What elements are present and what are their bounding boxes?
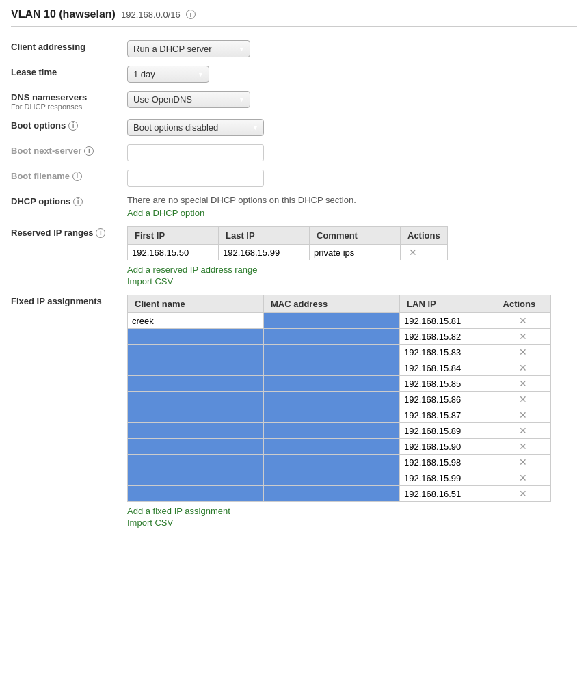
- client-addressing-label: Client addressing: [11, 38, 127, 52]
- fixed-mac-cell: [264, 470, 400, 486]
- fixed-mac-cell: [264, 360, 400, 376]
- dhcp-options-label: DHCP options i: [11, 192, 127, 206]
- fixed-mac-input[interactable]: [268, 332, 395, 342]
- boot-filename-label: Boot filename i: [11, 167, 127, 181]
- fixed-client-input[interactable]: [132, 347, 259, 358]
- fixed-delete-icon[interactable]: ✕: [515, 314, 531, 327]
- fixed-client-input[interactable]: [132, 363, 259, 373]
- reserved-first-ip-cell: [128, 245, 219, 260]
- fixed-lan-input[interactable]: [404, 394, 492, 405]
- fixed-mac-input[interactable]: [268, 442, 395, 452]
- vlan-info-icon[interactable]: i: [186, 10, 196, 19]
- fixed-delete-icon[interactable]: ✕: [515, 329, 531, 343]
- reserved-comment-input[interactable]: [314, 247, 396, 258]
- fixed-client-cell: [128, 376, 264, 392]
- fixed-delete-icon[interactable]: ✕: [515, 408, 531, 422]
- fixed-client-input[interactable]: [132, 316, 259, 326]
- fixed-delete-icon[interactable]: ✕: [515, 471, 531, 485]
- fixed-ip-assignments-label: Fixed IP assignments: [11, 292, 127, 306]
- fixed-mac-input[interactable]: [268, 394, 395, 405]
- fixed-delete-icon[interactable]: ✕: [515, 361, 531, 375]
- fixed-lan-input[interactable]: [404, 347, 492, 358]
- reserved-col-comment: Comment: [310, 227, 401, 245]
- fixed-col-mac: MAC address: [264, 295, 400, 313]
- page-title: VLAN 10 (hawselan): [11, 8, 116, 21]
- fixed-mac-input[interactable]: [268, 363, 395, 373]
- fixed-client-input[interactable]: [132, 426, 259, 436]
- fixed-client-cell: [128, 407, 264, 423]
- reserved-last-ip-cell: [219, 245, 310, 260]
- fixed-mac-input[interactable]: [268, 457, 395, 468]
- reserved-last-ip-input[interactable]: [223, 247, 305, 258]
- import-fixed-csv-link[interactable]: Import CSV: [127, 517, 577, 528]
- fixed-client-input[interactable]: [132, 394, 259, 405]
- dhcp-options-info-icon[interactable]: i: [73, 197, 83, 206]
- fixed-delete-icon[interactable]: ✕: [515, 440, 531, 453]
- fixed-client-input[interactable]: [132, 473, 259, 483]
- fixed-mac-cell: [264, 455, 400, 470]
- add-reserved-ip-link[interactable]: Add a reserved IP address range: [127, 265, 577, 275]
- fixed-mac-input[interactable]: [268, 489, 395, 499]
- dns-nameservers-label: DNS nameservers For DHCP responses: [11, 88, 127, 111]
- add-dhcp-option-link[interactable]: Add a DHCP option: [127, 208, 204, 218]
- fixed-client-input[interactable]: [132, 489, 259, 499]
- fixed-mac-input[interactable]: [268, 347, 395, 358]
- boot-filename-info-icon[interactable]: i: [72, 172, 82, 181]
- fixed-delete-icon[interactable]: ✕: [515, 345, 531, 359]
- fixed-mac-input[interactable]: [268, 426, 395, 436]
- fixed-lan-input[interactable]: [404, 410, 492, 420]
- fixed-client-input[interactable]: [132, 442, 259, 452]
- fixed-delete-icon[interactable]: ✕: [515, 487, 531, 500]
- fixed-mac-cell: [264, 392, 400, 407]
- fixed-delete-icon[interactable]: ✕: [515, 392, 531, 406]
- fixed-lan-cell: [400, 345, 496, 360]
- fixed-mac-input[interactable]: [268, 473, 395, 483]
- fixed-delete-icon[interactable]: ✕: [515, 455, 531, 469]
- fixed-client-cell: [128, 439, 264, 455]
- boot-options-label: Boot options i: [11, 116, 127, 131]
- table-row: ✕: [128, 376, 551, 392]
- fixed-actions-cell: ✕: [496, 392, 550, 407]
- fixed-actions-cell: ✕: [496, 376, 550, 392]
- client-addressing-select[interactable]: Run a DHCP server Use DHCP relay None: [127, 40, 250, 57]
- fixed-client-input[interactable]: [132, 457, 259, 468]
- fixed-lan-input[interactable]: [404, 457, 492, 468]
- fixed-client-input[interactable]: [132, 332, 259, 342]
- boot-options-info-icon[interactable]: i: [68, 121, 78, 131]
- fixed-lan-input[interactable]: [404, 489, 492, 499]
- add-fixed-ip-link[interactable]: Add a fixed IP assignment: [127, 506, 577, 516]
- reserved-delete-icon[interactable]: ✕: [405, 245, 421, 259]
- fixed-mac-cell: [264, 313, 400, 329]
- fixed-client-cell: [128, 423, 264, 439]
- fixed-client-input[interactable]: [132, 379, 259, 389]
- boot-next-server-info-icon[interactable]: i: [84, 146, 94, 156]
- dns-nameservers-select[interactable]: Use OpenDNS Use Google DNS Custom: [127, 91, 250, 108]
- reserved-col-actions: Actions: [401, 227, 448, 245]
- fixed-client-cell: [128, 329, 264, 345]
- fixed-client-cell: [128, 486, 264, 502]
- boot-filename-input[interactable]: [127, 170, 264, 187]
- fixed-mac-cell: [264, 423, 400, 439]
- boot-options-select[interactable]: Boot options disabled Specify boot optio…: [127, 119, 264, 136]
- fixed-lan-input[interactable]: [404, 316, 492, 326]
- fixed-lan-input[interactable]: [404, 332, 492, 342]
- reserved-ip-info-icon[interactable]: i: [96, 228, 105, 238]
- fixed-actions-cell: ✕: [496, 345, 550, 360]
- fixed-mac-input[interactable]: [268, 410, 395, 420]
- page-network: 192.168.0.0/16: [121, 10, 181, 20]
- lease-time-select[interactable]: 1 day 6 hours 12 hours 3 days 7 days: [127, 66, 209, 83]
- fixed-lan-input[interactable]: [404, 379, 492, 389]
- fixed-mac-cell: [264, 407, 400, 423]
- fixed-lan-input[interactable]: [404, 426, 492, 436]
- reserved-first-ip-input[interactable]: [132, 247, 214, 258]
- fixed-lan-input[interactable]: [404, 442, 492, 452]
- fixed-delete-icon[interactable]: ✕: [515, 424, 531, 438]
- fixed-delete-icon[interactable]: ✕: [515, 377, 531, 390]
- fixed-client-input[interactable]: [132, 410, 259, 420]
- fixed-lan-input[interactable]: [404, 363, 492, 373]
- fixed-mac-input[interactable]: [268, 379, 395, 389]
- boot-next-server-input[interactable]: [127, 144, 264, 161]
- import-reserved-csv-link[interactable]: Import CSV: [127, 276, 577, 286]
- fixed-lan-input[interactable]: [404, 473, 492, 483]
- fixed-mac-input[interactable]: [268, 316, 395, 326]
